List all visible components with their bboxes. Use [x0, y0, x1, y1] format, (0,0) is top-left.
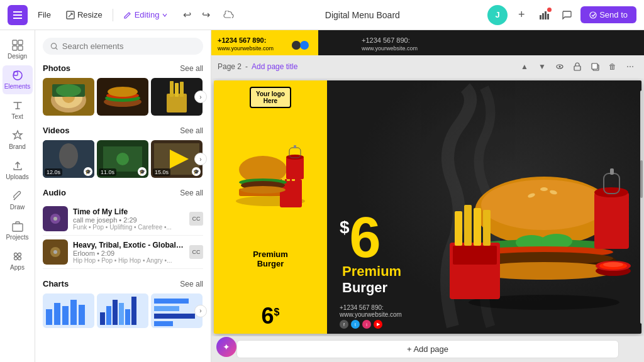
invite-button[interactable]: + — [513, 6, 530, 24]
premium-word: Premium — [253, 250, 288, 259]
add-page-title-button[interactable]: Add page title — [252, 62, 297, 71]
svg-rect-32 — [175, 83, 179, 97]
photo-thumb-2[interactable] — [97, 78, 148, 116]
svg-rect-7 — [18, 40, 23, 45]
sidebar-item-brand[interactable]: Brand — [3, 126, 33, 155]
video-thumb-2[interactable]: 11.0s 🎓 — [97, 140, 148, 178]
svg-rect-51 — [54, 303, 60, 325]
audio-info-2: Heavy, Tribal, Exotic - Global Gan... Er… — [73, 241, 184, 264]
page2-design[interactable]: Your logo Here — [214, 80, 641, 334]
chart-thumb-1[interactable] — [43, 293, 94, 328]
svg-text:www.yourwebsite.com: www.yourwebsite.com — [361, 45, 418, 52]
svg-rect-50 — [46, 309, 52, 325]
photos-grid: › — [43, 78, 203, 116]
twitter-icon: t — [351, 320, 360, 329]
sidebar-item-projects[interactable]: Projects — [3, 216, 33, 245]
audio-see-all-button[interactable]: See all — [180, 189, 203, 197]
videos-see-all-button[interactable]: See all — [180, 126, 203, 135]
svg-text:+1234 567 890:: +1234 567 890: — [362, 36, 410, 44]
audio-tags-2: Hip Hop • Pop • Hip Hop • Angry •... — [73, 257, 184, 264]
photos-section-header: Photos See all — [43, 63, 203, 73]
photos-title: Photos — [43, 63, 70, 73]
user-avatar-button[interactable]: J — [487, 5, 508, 25]
svg-text:+1234 567 890:: +1234 567 890: — [218, 36, 266, 44]
svg-rect-53 — [70, 300, 77, 325]
svg-rect-58 — [113, 300, 118, 325]
svg-point-45 — [53, 217, 57, 221]
page-delete-button[interactable]: 🗑 — [605, 59, 620, 74]
burger-word: Burger — [253, 260, 288, 268]
svg-rect-8 — [13, 46, 17, 50]
svg-rect-9 — [18, 46, 23, 50]
audio-title: Audio — [43, 188, 66, 197]
editing-mode-button[interactable]: Editing — [118, 8, 174, 22]
search-icon — [50, 42, 58, 51]
contact-info: +1234 567 890: www.yourwebsite.com f t i… — [340, 304, 402, 329]
svg-point-13 — [14, 253, 17, 256]
svg-point-70 — [300, 41, 309, 50]
page-controls: ▲ ▼ 🗑 ⋯ — [517, 59, 638, 74]
canvas-scrollbar[interactable] — [640, 90, 643, 324]
photo-thumb-1[interactable] — [43, 78, 94, 116]
instagram-icon: i — [362, 320, 371, 329]
sidebar-item-uploads[interactable]: Uploads — [3, 156, 33, 185]
svg-rect-112 — [594, 192, 629, 249]
graduation-cap-icon-2: 🎓 — [138, 167, 147, 176]
page-duplicate-button[interactable] — [587, 59, 602, 74]
analytics-button[interactable] — [535, 6, 553, 24]
svg-rect-60 — [125, 309, 130, 325]
sidebar-item-elements-label: Elements — [4, 83, 31, 90]
cloud-save-button[interactable] — [219, 6, 237, 24]
resize-button[interactable]: Resize — [61, 8, 108, 22]
social-icons: f t i ▶ — [340, 320, 402, 329]
ai-assistant-button[interactable]: ✦ — [216, 337, 236, 357]
sidebar-item-draw[interactable]: Draw — [3, 186, 33, 215]
comments-button[interactable] — [558, 6, 575, 24]
premium-text-left: Premium Burger — [253, 250, 288, 268]
videos-next-button[interactable]: › — [194, 153, 207, 165]
svg-point-28 — [108, 87, 138, 97]
editing-label: Editing — [135, 10, 160, 19]
sidebar-item-apps[interactable]: Apps — [3, 246, 33, 275]
undo-button[interactable]: ↩ — [178, 6, 196, 24]
search-input[interactable] — [62, 41, 196, 51]
hamburger-menu-button[interactable] — [8, 5, 28, 25]
audio-item-1[interactable]: Time of My Life call me joseph • 2:29 Fu… — [43, 202, 203, 236]
video-thumb-1[interactable]: 12.0s 🎓 — [43, 140, 94, 178]
sidebar-item-text[interactable]: Text — [3, 96, 33, 124]
sidebar-item-apps-label: Apps — [10, 264, 25, 272]
sidebar-item-elements[interactable]: Elements — [3, 65, 33, 94]
svg-point-15 — [14, 257, 17, 260]
photos-next-button[interactable]: › — [194, 90, 207, 103]
divider — [113, 9, 113, 21]
sidebar-item-design[interactable]: Design — [3, 35, 33, 64]
page-visibility-button[interactable] — [552, 59, 567, 74]
burger-right-large — [418, 167, 638, 312]
topbar: File Resize Editing ↩ ↪ Digital Menu Boa… — [0, 0, 644, 30]
page-lock-button[interactable] — [570, 59, 585, 74]
contact-website: www.yourwebsite.com — [340, 311, 402, 318]
six-large: 6 — [350, 212, 381, 263]
add-page-button[interactable]: + Add page — [236, 340, 619, 358]
search-bar[interactable] — [43, 38, 203, 55]
audio-item-2[interactable]: Heavy, Tribal, Exotic - Global Gan... Er… — [43, 236, 203, 269]
page-more-button[interactable]: ⋯ — [623, 59, 638, 74]
dollar-sign: $ — [274, 307, 280, 317]
photos-see-all-button[interactable]: See all — [180, 64, 203, 73]
svg-point-16 — [18, 257, 21, 260]
charts-see-all-button[interactable]: See all — [180, 280, 203, 288]
charts-next-button[interactable]: › — [194, 305, 207, 317]
chart-thumb-2[interactable] — [97, 293, 148, 328]
page-move-down-button[interactable]: ▼ — [535, 59, 550, 74]
audio-info-1: Time of My Life call me joseph • 2:29 Fu… — [73, 207, 184, 231]
page-move-up-button[interactable]: ▲ — [517, 59, 532, 74]
svg-rect-92 — [294, 145, 296, 148]
svg-text:www.yourwebsite.com: www.yourwebsite.com — [217, 45, 274, 52]
send-to-button[interactable]: Send to — [580, 6, 636, 23]
document-title: Digital Menu Board — [325, 10, 400, 20]
page-label-bar: Page 2 - Add page title ▲ ▼ 🗑 ⋯ — [211, 55, 644, 78]
redo-button[interactable]: ↪ — [197, 6, 214, 24]
svg-rect-3 — [545, 11, 547, 19]
file-menu-button[interactable]: File — [33, 8, 56, 22]
svg-rect-61 — [131, 297, 136, 325]
